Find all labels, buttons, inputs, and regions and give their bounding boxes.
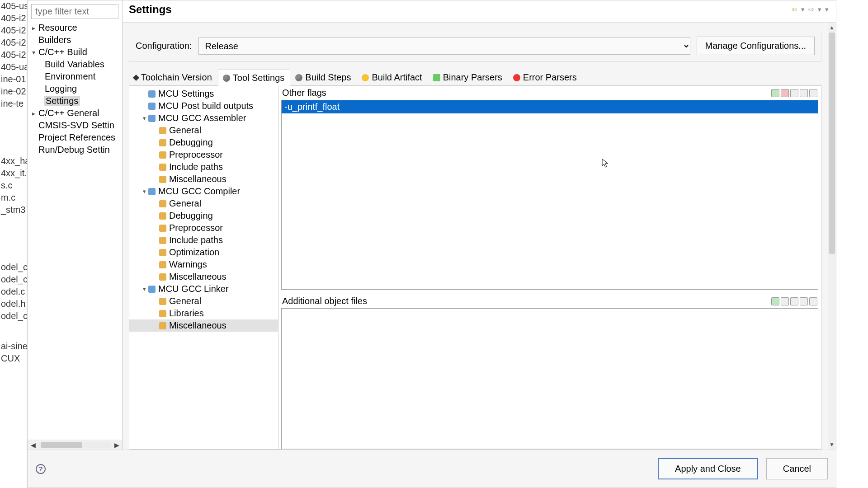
cancel-button[interactable]: Cancel — [766, 458, 828, 479]
tool-tree-item[interactable]: Miscellaneous — [129, 319, 278, 332]
scroll-right-icon[interactable]: ▶ — [111, 441, 122, 449]
category-subitem[interactable]: Environment — [28, 70, 122, 83]
tab-build-steps[interactable]: Build Steps — [290, 69, 357, 85]
tool-tree-item[interactable]: General — [129, 295, 278, 307]
tab-toolchain-version[interactable]: Toolchain Version — [129, 69, 218, 85]
category-item[interactable]: ▾C/C++ Build — [28, 46, 122, 58]
filter-input[interactable] — [31, 4, 118, 19]
category-label: Resource — [38, 23, 78, 33]
tab-binary-parsers[interactable]: Binary Parsers — [428, 69, 508, 85]
movedown-obj-icon[interactable] — [809, 297, 817, 305]
settings-dialog: ▸ResourceBuilders▾C/C++ BuildBuild Varia… — [27, 0, 836, 488]
moveup-obj-icon[interactable] — [800, 297, 808, 305]
category-item[interactable]: CMSIS-SVD Settin — [28, 119, 122, 131]
other-flags-list[interactable]: -u_printf_float — [281, 100, 818, 290]
category-subitem[interactable]: Settings — [28, 95, 122, 107]
expand-icon[interactable]: ▾ — [140, 188, 148, 195]
expand-icon[interactable]: ▾ — [140, 115, 148, 122]
delete-flag-icon[interactable] — [781, 89, 789, 97]
category-item[interactable]: ▸Resource — [28, 22, 122, 34]
tab-build-artifact[interactable]: Build Artifact — [357, 69, 428, 85]
tool-tree-item[interactable]: Libraries — [129, 307, 278, 319]
nav-forward-icon[interactable]: ⇨ — [807, 5, 815, 14]
category-tree[interactable]: ▸ResourceBuilders▾C/C++ BuildBuild Varia… — [28, 22, 122, 440]
category-item[interactable]: Builders — [28, 34, 122, 46]
tool-tree-item[interactable]: ▾MCU GCC Assembler — [129, 112, 278, 124]
nav-back-menu-icon[interactable]: ▾ — [800, 5, 806, 14]
nav-view-menu-icon[interactable]: ▾ — [824, 5, 830, 14]
vscroll-thumb[interactable] — [829, 33, 835, 254]
vscroll-down-icon[interactable]: ▼ — [829, 440, 835, 450]
tool-tree-label: Include paths — [169, 162, 223, 172]
tool-tree-item[interactable]: Debugging — [129, 210, 278, 222]
add-flag-icon[interactable] — [771, 89, 779, 97]
category-item[interactable]: Project References — [28, 131, 122, 144]
flag-entry[interactable]: -u_printf_float — [282, 100, 818, 113]
tool-tree-item[interactable]: General — [129, 197, 278, 210]
tool-tree-item[interactable]: Warnings — [129, 258, 278, 271]
tool-tree-label: Preprocessor — [169, 150, 223, 160]
vscroll-up-icon[interactable]: ▲ — [829, 23, 835, 33]
category-hscroll[interactable]: ◀ ▶ — [28, 440, 122, 450]
expand-icon[interactable]: ▸ — [29, 24, 38, 32]
manage-configurations-button[interactable]: Manage Configurations... — [697, 37, 815, 55]
tool-tree-item[interactable]: Include paths — [129, 161, 278, 173]
bg-tree-item: ine-te — [0, 98, 27, 110]
tool-icon — [159, 310, 166, 317]
delete-obj-icon[interactable] — [781, 297, 789, 305]
category-subitem[interactable]: Logging — [28, 83, 122, 95]
bg-tree-item: ine-01 — [0, 73, 27, 85]
tab-error-parsers[interactable]: Error Parsers — [508, 69, 583, 85]
scroll-left-icon[interactable]: ◀ — [28, 441, 38, 449]
add-obj-icon[interactable] — [771, 297, 779, 305]
category-label: Settings — [44, 96, 80, 106]
tool-tree-item[interactable]: Miscellaneous — [129, 173, 278, 185]
tool-icon — [159, 249, 166, 256]
page-title: Settings — [129, 3, 172, 16]
tool-tree-label: MCU GCC Compiler — [158, 186, 240, 197]
help-icon[interactable]: ? — [36, 464, 46, 474]
tool-icon — [159, 151, 166, 159]
tool-tree-item[interactable]: General — [129, 124, 278, 136]
movedown-flag-icon[interactable] — [809, 89, 817, 97]
tool-tree-item[interactable]: Preprocessor — [129, 149, 278, 161]
category-label: Project References — [38, 132, 116, 143]
tool-tree-item[interactable]: MCU Post build outputs — [129, 100, 278, 112]
category-item[interactable]: ▸C/C++ General — [28, 107, 122, 119]
apply-close-button[interactable]: Apply and Close — [658, 458, 758, 479]
content-vscroll[interactable]: ▲ ▼ — [828, 23, 836, 450]
expand-icon[interactable]: ▸ — [29, 110, 38, 117]
bg-tree-item: 4xx_ha — [0, 155, 27, 167]
tool-tree-item[interactable]: MCU Settings — [129, 88, 278, 100]
diamond-icon — [133, 74, 139, 80]
configuration-select[interactable]: Release — [198, 38, 690, 55]
nav-forward-menu-icon[interactable]: ▾ — [817, 5, 822, 14]
tool-tree-item[interactable]: ▾MCU GCC Linker — [129, 283, 278, 295]
tool-tree-item[interactable]: Preprocessor — [129, 222, 278, 234]
category-subitem[interactable]: Build Variables — [28, 58, 122, 70]
other-flags-toolbar — [771, 89, 817, 97]
tool-icon — [148, 188, 156, 195]
category-item[interactable]: Run/Debug Settin — [28, 144, 122, 156]
hscroll-thumb[interactable] — [41, 442, 82, 448]
nav-back-icon[interactable]: ⇦ — [791, 5, 798, 14]
edit-flag-icon[interactable] — [790, 89, 798, 97]
expand-icon[interactable]: ▾ — [29, 49, 38, 56]
tool-settings-tree[interactable]: MCU SettingsMCU Post build outputs▾MCU G… — [129, 86, 278, 449]
tool-tree-label: Miscellaneous — [169, 320, 226, 331]
expand-icon[interactable]: ▾ — [140, 286, 148, 292]
tool-tree-item[interactable]: Optimization — [129, 246, 278, 258]
tab-label: Binary Parsers — [443, 72, 502, 83]
tab-tool-settings[interactable]: Tool Settings — [218, 70, 291, 86]
addl-obj-list[interactable] — [281, 308, 818, 449]
tool-icon — [159, 176, 166, 183]
tool-tree-item[interactable]: Miscellaneous — [129, 271, 278, 283]
configuration-row: Configuration: Release Manage Configurat… — [129, 30, 821, 62]
tool-tree-item[interactable]: Include paths — [129, 234, 278, 246]
wrench-icon — [295, 74, 302, 81]
edit-obj-icon[interactable] — [790, 297, 798, 305]
tool-tree-item[interactable]: Debugging — [129, 136, 278, 149]
moveup-flag-icon[interactable] — [800, 89, 808, 97]
tool-icon — [159, 237, 166, 244]
tool-tree-item[interactable]: ▾MCU GCC Compiler — [129, 185, 278, 197]
